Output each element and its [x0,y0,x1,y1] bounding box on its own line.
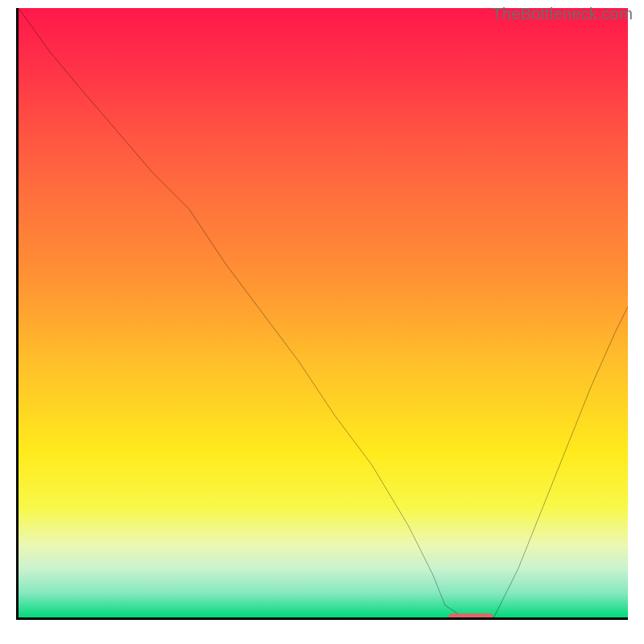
bottleneck-chart: TheBottleneck.com [0,0,644,644]
plot-area [16,8,628,620]
optimal-zone-marker [448,613,494,620]
curve-svg [19,8,628,617]
bottleneck-curve-path [19,8,628,617]
watermark-text: TheBottleneck.com [492,5,633,23]
